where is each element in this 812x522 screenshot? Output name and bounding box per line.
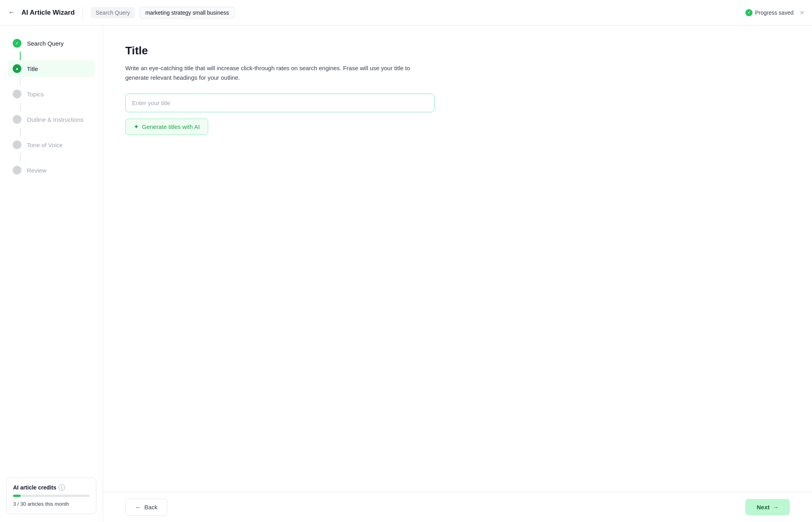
sidebar-steps: ✓ Search Query ● Title Topics Outline & … xyxy=(0,35,103,478)
sidebar: ✓ Search Query ● Title Topics Outline & … xyxy=(0,25,103,522)
progress-saved-label: Progress saved xyxy=(755,10,793,16)
main-layout: ✓ Search Query ● Title Topics Outline & … xyxy=(0,25,812,522)
step-label-title: Title xyxy=(27,65,38,72)
next-button[interactable]: Next → xyxy=(745,499,790,515)
step-icon-outline xyxy=(13,115,21,124)
step-icon-search-query: ✓ xyxy=(13,39,21,48)
next-label: Next xyxy=(756,504,770,510)
step-label-tone: Tone of Voice xyxy=(27,142,63,148)
step-icon-title: ● xyxy=(13,64,21,73)
credits-box: AI article credits i 3 / 30 articles thi… xyxy=(6,478,96,514)
sidebar-item-topics[interactable]: Topics xyxy=(8,86,95,102)
wizard-back-arrow[interactable]: ← xyxy=(8,8,15,17)
sidebar-item-review[interactable]: Review xyxy=(8,162,95,178)
back-arrow-icon: ← xyxy=(135,504,141,510)
generate-btn-label: Generate titles with AI xyxy=(142,123,200,130)
sidebar-item-tone[interactable]: Tone of Voice xyxy=(8,136,95,153)
generate-titles-button[interactable]: ✦ Generate titles with AI xyxy=(125,119,208,135)
step-connector-5 xyxy=(20,153,21,162)
breadcrumb-query-label: Search Query xyxy=(91,7,134,18)
header-right: ✓ Progress saved × xyxy=(745,9,804,16)
progress-check-icon: ✓ xyxy=(745,9,753,16)
content-scroll: Title Write an eye-catching title that w… xyxy=(103,25,812,492)
close-button[interactable]: × xyxy=(800,9,804,16)
back-label: Back xyxy=(144,504,157,510)
page-title: Title xyxy=(125,44,790,57)
step-icon-tone xyxy=(13,140,21,149)
step-connector-2 xyxy=(20,77,21,86)
step-label-review: Review xyxy=(27,167,46,174)
step-label-topics: Topics xyxy=(27,91,44,98)
progress-saved: ✓ Progress saved xyxy=(745,9,793,16)
sidebar-item-outline[interactable]: Outline & Instructions xyxy=(8,111,95,128)
step-label-search-query: Search Query xyxy=(27,40,64,47)
top-header: ← AI Article Wizard Search Query marketi… xyxy=(0,0,812,25)
step-icon-review xyxy=(13,166,21,175)
sidebar-item-title[interactable]: ● Title xyxy=(8,60,95,77)
sparkle-icon: ✦ xyxy=(134,123,139,130)
credits-bar-fill xyxy=(13,495,21,497)
content-area: Title Write an eye-catching title that w… xyxy=(103,25,812,522)
content-footer: ← Back Next → xyxy=(103,492,812,522)
next-arrow-icon: → xyxy=(773,504,779,510)
credits-bar-bg xyxy=(13,495,90,497)
step-connector-1 xyxy=(20,52,21,60)
back-button[interactable]: ← Back xyxy=(125,499,167,516)
step-icon-topics xyxy=(13,90,21,98)
breadcrumb-query-value: marketing strategy small business xyxy=(140,7,235,19)
credits-header: AI article credits i xyxy=(13,484,90,491)
step-label-outline: Outline & Instructions xyxy=(27,116,84,123)
credits-title: AI article credits xyxy=(13,484,56,491)
sidebar-item-search-query[interactable]: ✓ Search Query xyxy=(8,35,95,52)
info-icon[interactable]: i xyxy=(59,484,65,491)
header-divider xyxy=(82,7,83,19)
title-input[interactable] xyxy=(125,94,435,112)
credits-text: 3 / 30 articles this month xyxy=(13,501,69,507)
app-title: AI Article Wizard xyxy=(21,9,75,17)
content-description: Write an eye-catching title that will in… xyxy=(125,63,435,83)
step-connector-3 xyxy=(20,102,21,111)
step-connector-4 xyxy=(20,128,21,136)
